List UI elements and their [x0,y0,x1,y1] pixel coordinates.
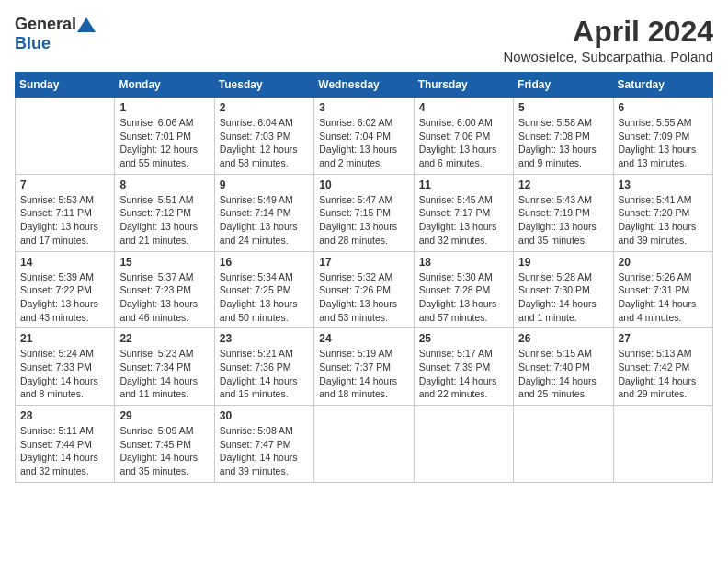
day-detail: Sunrise: 5:08 AM Sunset: 7:47 PM Dayligh… [220,424,309,478]
calendar-cell: 5Sunrise: 5:58 AM Sunset: 7:08 PM Daylig… [514,98,613,175]
calendar-body: 1Sunrise: 6:06 AM Sunset: 7:01 PM Daylig… [16,98,713,483]
calendar-cell: 4Sunrise: 6:00 AM Sunset: 7:06 PM Daylig… [414,98,513,175]
day-detail: Sunrise: 5:21 AM Sunset: 7:36 PM Dayligh… [220,347,309,401]
calendar-day-header: Thursday [414,73,513,98]
calendar-cell: 20Sunrise: 5:26 AM Sunset: 7:31 PM Dayli… [613,251,712,328]
day-number: 13 [619,178,708,191]
calendar-cell: 22Sunrise: 5:23 AM Sunset: 7:34 PM Dayli… [115,328,214,406]
day-number: 12 [518,178,608,191]
calendar-day-header: Saturday [613,73,712,98]
calendar-cell: 12Sunrise: 5:43 AM Sunset: 7:19 PM Dayli… [514,174,613,251]
day-number: 23 [220,332,309,345]
day-detail: Sunrise: 6:02 AM Sunset: 7:04 PM Dayligh… [319,116,408,170]
day-detail: Sunrise: 5:55 AM Sunset: 7:09 PM Dayligh… [619,116,708,170]
day-detail: Sunrise: 5:41 AM Sunset: 7:20 PM Dayligh… [619,193,708,247]
day-detail: Sunrise: 5:43 AM Sunset: 7:19 PM Dayligh… [518,193,608,247]
day-number: 7 [20,178,109,191]
calendar-cell: 29Sunrise: 5:09 AM Sunset: 7:45 PM Dayli… [115,406,214,483]
calendar-cell: 3Sunrise: 6:02 AM Sunset: 7:04 PM Daylig… [314,98,414,175]
calendar-cell: 26Sunrise: 5:15 AM Sunset: 7:40 PM Dayli… [514,328,613,406]
day-number: 30 [220,409,309,422]
day-number: 10 [319,178,408,191]
calendar-week-row: 28Sunrise: 5:11 AM Sunset: 7:44 PM Dayli… [16,406,713,483]
day-number: 21 [20,332,109,345]
day-detail: Sunrise: 5:09 AM Sunset: 7:45 PM Dayligh… [119,424,209,478]
day-number: 28 [20,409,109,422]
calendar-cell: 21Sunrise: 5:24 AM Sunset: 7:33 PM Dayli… [16,328,115,406]
day-detail: Sunrise: 5:24 AM Sunset: 7:33 PM Dayligh… [20,347,109,401]
day-number: 25 [419,332,508,345]
day-detail: Sunrise: 5:49 AM Sunset: 7:14 PM Dayligh… [220,193,309,247]
calendar-header-row: SundayMondayTuesdayWednesdayThursdayFrid… [16,73,713,98]
day-detail: Sunrise: 5:32 AM Sunset: 7:26 PM Dayligh… [319,270,408,325]
day-number: 9 [220,178,309,191]
day-number: 20 [619,256,708,269]
calendar-cell [314,406,414,483]
calendar-cell: 14Sunrise: 5:39 AM Sunset: 7:22 PM Dayli… [16,251,115,328]
day-detail: Sunrise: 5:53 AM Sunset: 7:11 PM Dayligh… [20,193,109,247]
calendar-cell: 25Sunrise: 5:17 AM Sunset: 7:39 PM Dayli… [414,328,513,406]
day-detail: Sunrise: 5:28 AM Sunset: 7:30 PM Dayligh… [518,270,608,325]
calendar-cell: 27Sunrise: 5:13 AM Sunset: 7:42 PM Dayli… [613,328,712,406]
day-detail: Sunrise: 5:51 AM Sunset: 7:12 PM Dayligh… [119,193,209,247]
logo-general: General [15,15,76,34]
day-detail: Sunrise: 5:17 AM Sunset: 7:39 PM Dayligh… [419,347,508,401]
day-number: 1 [119,101,209,114]
logo-blue: Blue [15,34,51,52]
day-detail: Sunrise: 5:23 AM Sunset: 7:34 PM Dayligh… [119,347,209,401]
calendar-cell: 9Sunrise: 5:49 AM Sunset: 7:14 PM Daylig… [214,174,313,251]
calendar-cell: 7Sunrise: 5:53 AM Sunset: 7:11 PM Daylig… [16,174,115,251]
calendar-cell: 13Sunrise: 5:41 AM Sunset: 7:20 PM Dayli… [613,174,712,251]
calendar-cell: 17Sunrise: 5:32 AM Sunset: 7:26 PM Dayli… [314,251,414,328]
day-number: 19 [518,256,608,269]
day-detail: Sunrise: 6:06 AM Sunset: 7:01 PM Dayligh… [119,116,209,170]
day-number: 16 [220,256,309,269]
calendar-cell: 2Sunrise: 6:04 AM Sunset: 7:03 PM Daylig… [214,98,313,175]
day-number: 14 [20,256,109,269]
calendar-day-header: Wednesday [314,73,414,98]
day-number: 11 [419,178,508,191]
day-detail: Sunrise: 5:39 AM Sunset: 7:22 PM Dayligh… [20,270,109,325]
calendar-week-row: 1Sunrise: 6:06 AM Sunset: 7:01 PM Daylig… [16,98,713,175]
day-number: 3 [319,101,408,114]
day-number: 27 [619,332,708,345]
day-number: 5 [518,101,608,114]
day-detail: Sunrise: 5:11 AM Sunset: 7:44 PM Dayligh… [20,424,109,478]
calendar-cell: 24Sunrise: 5:19 AM Sunset: 7:37 PM Dayli… [314,328,414,406]
day-number: 15 [119,256,209,269]
day-detail: Sunrise: 5:30 AM Sunset: 7:28 PM Dayligh… [419,270,508,325]
day-number: 18 [419,256,508,269]
day-detail: Sunrise: 5:19 AM Sunset: 7:37 PM Dayligh… [319,347,408,401]
day-detail: Sunrise: 5:13 AM Sunset: 7:42 PM Dayligh… [619,347,708,401]
calendar-day-header: Tuesday [214,73,313,98]
day-detail: Sunrise: 6:04 AM Sunset: 7:03 PM Dayligh… [220,116,309,170]
location-title: Nowosielce, Subcarpathia, Poland [504,49,713,64]
day-detail: Sunrise: 5:58 AM Sunset: 7:08 PM Dayligh… [518,116,608,170]
calendar-cell: 28Sunrise: 5:11 AM Sunset: 7:44 PM Dayli… [16,406,115,483]
calendar-cell: 8Sunrise: 5:51 AM Sunset: 7:12 PM Daylig… [115,174,214,251]
day-number: 17 [319,256,408,269]
day-detail: Sunrise: 6:00 AM Sunset: 7:06 PM Dayligh… [419,116,508,170]
day-detail: Sunrise: 5:26 AM Sunset: 7:31 PM Dayligh… [619,270,708,325]
day-number: 26 [518,332,608,345]
logo: General Blue [15,15,97,53]
day-number: 29 [119,409,209,422]
logo-triangle-icon [77,16,96,34]
calendar-cell: 23Sunrise: 5:21 AM Sunset: 7:36 PM Dayli… [214,328,313,406]
calendar-day-header: Monday [115,73,214,98]
svg-marker-0 [77,17,96,32]
calendar-cell: 10Sunrise: 5:47 AM Sunset: 7:15 PM Dayli… [314,174,414,251]
calendar-cell: 30Sunrise: 5:08 AM Sunset: 7:47 PM Dayli… [214,406,313,483]
calendar-cell [414,406,513,483]
calendar-day-header: Friday [514,73,613,98]
day-detail: Sunrise: 5:47 AM Sunset: 7:15 PM Dayligh… [319,193,408,247]
calendar-day-header: Sunday [16,73,115,98]
day-detail: Sunrise: 5:15 AM Sunset: 7:40 PM Dayligh… [518,347,608,401]
calendar-cell [16,98,115,175]
calendar-cell: 16Sunrise: 5:34 AM Sunset: 7:25 PM Dayli… [214,251,313,328]
calendar-cell [514,406,613,483]
title-area: April 2024 Nowosielce, Subcarpathia, Pol… [504,15,713,64]
day-number: 2 [220,101,309,114]
calendar-cell: 1Sunrise: 6:06 AM Sunset: 7:01 PM Daylig… [115,98,214,175]
day-number: 4 [419,101,508,114]
